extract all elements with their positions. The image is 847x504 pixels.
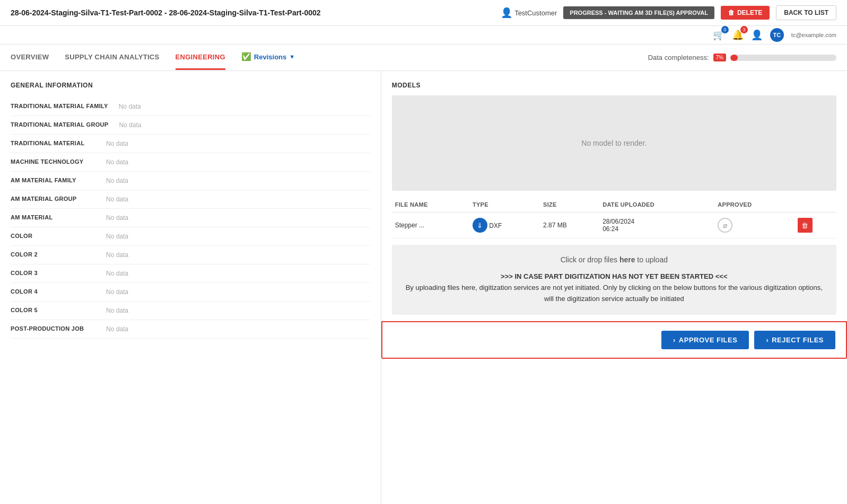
field-label: COLOR 2 — [11, 251, 95, 258]
upload-warning: >>> IN CASE PART DIGITIZATION HAS NOT YE… — [403, 271, 826, 304]
upload-click-text: Click or drop files here to upload — [403, 255, 826, 264]
field-row: AM MATERIAL GROUP No data — [11, 190, 370, 209]
notif-badge: 3 — [740, 26, 748, 33]
field-row: TRADITIONAL MATERIAL GROUP No data — [11, 116, 370, 135]
field-row: POST-PRODUCTION JOB No data — [11, 320, 370, 339]
field-value: No data — [106, 288, 128, 296]
status-badge: PROGRESS - WAITING AM 3D FILE(S) APPROVA… — [563, 6, 714, 19]
header-right: 👤 TestCustomer PROGRESS - WAITING AM 3D … — [501, 5, 836, 20]
header: 28-06-2024-Staging-Silva-T1-Test-Part-00… — [0, 0, 847, 26]
col-size: SIZE — [540, 197, 599, 213]
tabs-bar: OVERVIEW SUPPLY CHAIN ANALYTICS ENGINEER… — [0, 45, 847, 71]
file-name-cell: Stepper ... — [392, 213, 469, 238]
fields-list: TRADITIONAL MATERIAL FAMILY No data TRAD… — [11, 98, 370, 339]
field-label: COLOR — [11, 233, 95, 239]
user-avatar: TC — [770, 28, 784, 42]
chevron-down-icon: ▼ — [289, 54, 295, 60]
file-date-cell: 28/06/202406:24 — [599, 213, 714, 238]
delete-file-cell: 🗑 — [794, 213, 836, 238]
account-icon: 👤 — [751, 29, 763, 41]
notifications-button[interactable]: 🔔 3 — [732, 29, 744, 41]
cart-badge: 0 — [721, 26, 729, 33]
delete-button[interactable]: 🗑 DELETE — [721, 6, 770, 20]
completeness-badge: 7% — [713, 54, 726, 61]
files-tbody: Stepper ... ⇓ DXF 2.87 MB 28/06/202406:2… — [392, 213, 836, 238]
field-label: COLOR 5 — [11, 307, 95, 313]
field-label: COLOR 3 — [11, 270, 95, 276]
models-title: MODELS — [392, 82, 836, 89]
progress-bar — [730, 55, 836, 61]
field-label: TRADITIONAL MATERIAL — [11, 140, 95, 146]
files-table: FILE NAME TYPE SIZE DATE UPLOADED APPROV… — [392, 197, 836, 238]
col-approved: APPROVED — [714, 197, 794, 213]
reject-files-button[interactable]: › REJECT FILES — [754, 331, 835, 349]
field-row: AM MATERIAL FAMILY No data — [11, 172, 370, 190]
icon-row: 🛒 0 🔔 3 👤 TC tc@example.com — [0, 26, 847, 45]
progress-bar-fill — [730, 55, 738, 61]
field-label: MACHINE TECHNOLOGY — [11, 158, 95, 165]
content-area: GENERAL INFORMATION TRADITIONAL MATERIAL… — [0, 71, 847, 504]
field-value: No data — [106, 325, 128, 333]
approved-cell: ⌀ — [714, 213, 794, 238]
field-row: AM MATERIAL No data — [11, 209, 370, 227]
field-row: TRADITIONAL MATERIAL FAMILY No data — [11, 98, 370, 116]
field-value: No data — [106, 196, 128, 203]
col-type: TYPE — [469, 197, 540, 213]
right-panel: MODELS No model to render. FILE NAME TYP… — [381, 71, 847, 504]
user-icon: 👤 — [501, 7, 512, 19]
page-title: 28-06-2024-Staging-Silva-T1-Test-Part-00… — [11, 8, 321, 17]
field-value: No data — [119, 103, 141, 110]
download-button[interactable]: ⇓ — [473, 218, 487, 233]
field-label: TRADITIONAL MATERIAL GROUP — [11, 121, 108, 128]
field-value: No data — [106, 233, 128, 240]
field-value: No data — [106, 177, 128, 184]
field-row: COLOR 3 No data — [11, 264, 370, 283]
field-label: AM MATERIAL — [11, 214, 95, 220]
field-row: COLOR No data — [11, 227, 370, 246]
col-date-uploaded: DATE UPLOADED — [599, 197, 714, 213]
bottom-actions: › APPROVE FILES › REJECT FILES — [381, 321, 847, 359]
shield-icon: ✅ — [241, 52, 251, 61]
field-row: COLOR 5 No data — [11, 302, 370, 320]
file-type-cell: ⇓ DXF — [469, 213, 540, 238]
field-value: No data — [106, 140, 128, 147]
tab-engineering[interactable]: ENGINEERING — [176, 46, 225, 70]
field-value: No data — [106, 251, 128, 259]
field-row: COLOR 2 No data — [11, 246, 370, 264]
delete-file-button[interactable]: 🗑 — [798, 218, 813, 233]
field-label: TRADITIONAL MATERIAL FAMILY — [11, 103, 108, 109]
field-label: AM MATERIAL GROUP — [11, 196, 95, 202]
general-info-title: GENERAL INFORMATION — [11, 82, 370, 89]
field-label: POST-PRODUCTION JOB — [11, 325, 95, 332]
field-value: No data — [106, 214, 128, 222]
model-viewer: No model to render. — [392, 95, 836, 191]
back-to-list-button[interactable]: BACK TO LIST — [776, 5, 836, 20]
cart-button[interactable]: 🛒 0 — [713, 29, 724, 41]
field-value: No data — [106, 270, 128, 277]
left-panel: GENERAL INFORMATION TRADITIONAL MATERIAL… — [0, 71, 381, 504]
field-value: No data — [106, 307, 128, 314]
field-row: TRADITIONAL MATERIAL No data — [11, 135, 370, 153]
chevron-right-icon: › — [673, 336, 676, 344]
trash-icon: 🗑 — [728, 9, 735, 16]
table-row: Stepper ... ⇓ DXF 2.87 MB 28/06/202406:2… — [392, 213, 836, 238]
field-value: No data — [119, 121, 141, 129]
file-size-cell: 2.87 MB — [540, 213, 599, 238]
field-row: COLOR 4 No data — [11, 283, 370, 302]
field-value: No data — [106, 158, 128, 166]
tab-supply-chain[interactable]: SUPPLY CHAIN ANALYTICS — [65, 46, 159, 70]
upload-zone[interactable]: Click or drop files here to upload >>> I… — [392, 245, 836, 315]
approve-files-button[interactable]: › APPROVE FILES — [661, 331, 749, 349]
tab-overview[interactable]: OVERVIEW — [11, 46, 49, 70]
user-name-display: tc@example.com — [791, 32, 836, 38]
col-file-name: FILE NAME — [392, 197, 469, 213]
tab-revisions[interactable]: ✅ Revisions ▼ — [241, 45, 295, 70]
field-row: MACHINE TECHNOLOGY No data — [11, 153, 370, 172]
approved-icon: ⌀ — [718, 218, 732, 233]
field-label: COLOR 4 — [11, 288, 95, 295]
chevron-right-icon-2: › — [766, 336, 769, 344]
field-label: AM MATERIAL FAMILY — [11, 177, 95, 183]
user-label: 👤 TestCustomer — [501, 7, 557, 19]
data-completeness: Data completeness: 7% — [648, 54, 836, 61]
